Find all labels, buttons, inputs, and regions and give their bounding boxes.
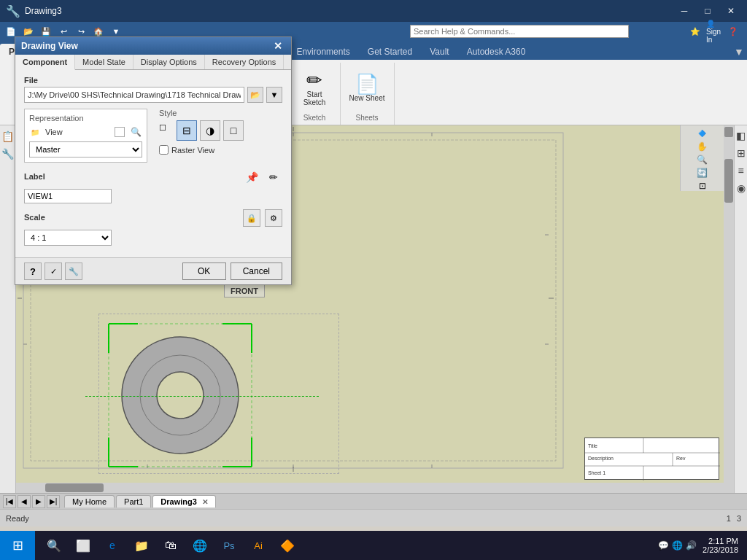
representation-section: Representation 📁 View 🔍 Master	[24, 109, 147, 163]
taskbar-explorer-button[interactable]: 📁	[128, 532, 155, 559]
dialog-overlay: Drawing View ✕ Component Model State Dis…	[0, 0, 747, 531]
footer-left: ? ✓ 🔧	[24, 262, 82, 280]
style-check[interactable]: ☐	[159, 123, 174, 138]
dialog-close-button[interactable]: ✕	[271, 39, 285, 53]
accept-icon-button[interactable]: ✓	[44, 262, 62, 280]
network-icon[interactable]: 🌐	[672, 540, 683, 551]
start-button[interactable]: ⊞	[0, 531, 35, 560]
taskbar-right: 💬 🌐 🔊 2:11 PM 2/23/2018	[658, 537, 747, 554]
dialog-title-bar: Drawing View ✕	[15, 37, 291, 55]
label-pin-icon[interactable]: 📌	[243, 168, 260, 186]
ok-button[interactable]: OK	[182, 262, 226, 280]
view-checkbox[interactable]	[115, 127, 125, 137]
style-btn-hidden[interactable]: ⊟	[177, 120, 197, 141]
volume-icon[interactable]: 🔊	[686, 540, 697, 551]
dialog-footer: ? ✓ 🔧 OK Cancel	[15, 257, 291, 284]
taskbar-illustrator-button[interactable]: Ai	[245, 532, 271, 559]
master-select[interactable]: Master	[29, 141, 142, 158]
dialog-tab-model-state[interactable]: Model State	[75, 55, 133, 69]
time-display: 2:11 PM	[708, 537, 738, 545]
file-label: File	[24, 76, 282, 85]
style-btn-shaded[interactable]: ◑	[200, 120, 220, 141]
label-row: Label 📌 ✏	[24, 168, 282, 186]
dialog-tab-recovery-options[interactable]: Recovery Options	[205, 55, 284, 69]
dialog-tab-component[interactable]: Component	[15, 55, 75, 70]
taskbar-search-button[interactable]: 🔍	[41, 532, 67, 559]
taskbar-chrome-button[interactable]: 🌐	[187, 532, 213, 559]
raster-checkbox[interactable]	[159, 145, 169, 155]
view-row: 📁 View 🔍	[29, 125, 142, 139]
taskbar-clock[interactable]: 2:11 PM 2/23/2018	[703, 537, 738, 554]
view-icon-btn[interactable]: 🔍	[129, 125, 142, 139]
style-btn-wireframe[interactable]: □	[223, 120, 244, 141]
taskbar-task-view-button[interactable]: ⬜	[70, 532, 96, 559]
style-col: Style ☐ ⊟ ◑ □ Raster View	[159, 109, 282, 163]
footer-right: OK Cancel	[182, 262, 282, 280]
dialog-body: File 📂 ▼ Representation 📁	[15, 70, 291, 257]
scale-lock-icon[interactable]: 🔒	[243, 209, 260, 227]
label-section: Label 📌 ✏	[24, 168, 282, 203]
raster-row: Raster View	[159, 145, 282, 155]
view-label: View	[45, 128, 63, 136]
representation-title: Representation	[29, 114, 142, 122]
cancel-button[interactable]: Cancel	[231, 262, 282, 280]
taskbar-system-icons: 💬 🌐 🔊	[658, 540, 697, 551]
representation-col: Representation 📁 View 🔍 Master	[24, 109, 147, 163]
view-tree-icon[interactable]: 📁	[29, 126, 41, 138]
drawing-view-dialog: Drawing View ✕ Component Model State Dis…	[15, 36, 292, 285]
scale-custom-icon[interactable]: ⚙	[265, 209, 282, 227]
style-title: Style	[159, 109, 282, 117]
taskbar-icons: 🔍 ⬜ e 📁 🛍 🌐 Ps Ai 🔶	[35, 532, 306, 559]
label-input[interactable]	[24, 189, 112, 203]
file-path-input[interactable]	[24, 87, 244, 103]
dialog-tab-display-options[interactable]: Display Options	[133, 55, 205, 69]
raster-label: Raster View	[171, 146, 214, 155]
form-columns: Representation 📁 View 🔍 Master	[24, 109, 282, 163]
scale-label-row: Scale 🔒 ⚙	[24, 209, 282, 227]
scale-section: Scale 🔒 ⚙ 4 : 1 2 : 1 1 : 1 1 : 2 1 : 4	[24, 209, 282, 246]
label-edit-icon[interactable]: ✏	[265, 168, 282, 186]
style-row: ☐ ⊟ ◑ □	[159, 120, 282, 141]
file-options-button[interactable]: ▼	[266, 87, 282, 103]
date-display: 2/23/2018	[703, 545, 738, 554]
taskbar-app-button[interactable]: 🔶	[274, 532, 301, 559]
label-field-label: Label	[24, 172, 45, 181]
taskbar-edge-button[interactable]: e	[99, 532, 125, 559]
taskbar-photoshop-button[interactable]: Ps	[216, 532, 242, 559]
master-select-wrapper: Master	[29, 141, 142, 158]
tools-icon-button[interactable]: 🔧	[65, 262, 82, 280]
file-browse-button[interactable]: 📂	[247, 87, 263, 103]
scale-select[interactable]: 4 : 1 2 : 1 1 : 1 1 : 2 1 : 4	[24, 230, 112, 246]
scale-field-label: Scale	[24, 213, 45, 222]
dialog-tabs: Component Model State Display Options Re…	[15, 55, 291, 70]
taskbar-store-button[interactable]: 🛍	[158, 532, 184, 559]
chat-icon[interactable]: 💬	[658, 540, 669, 551]
taskbar: ⊞ 🔍 ⬜ e 📁 🛍 🌐 Ps Ai 🔶 💬 🌐 🔊 2:11 PM 2/23…	[0, 531, 747, 560]
dialog-title: Drawing View	[21, 41, 78, 51]
file-section: File 📂 ▼	[24, 76, 282, 103]
file-path-row: 📂 ▼	[24, 87, 282, 103]
help-icon-button[interactable]: ?	[24, 262, 42, 280]
